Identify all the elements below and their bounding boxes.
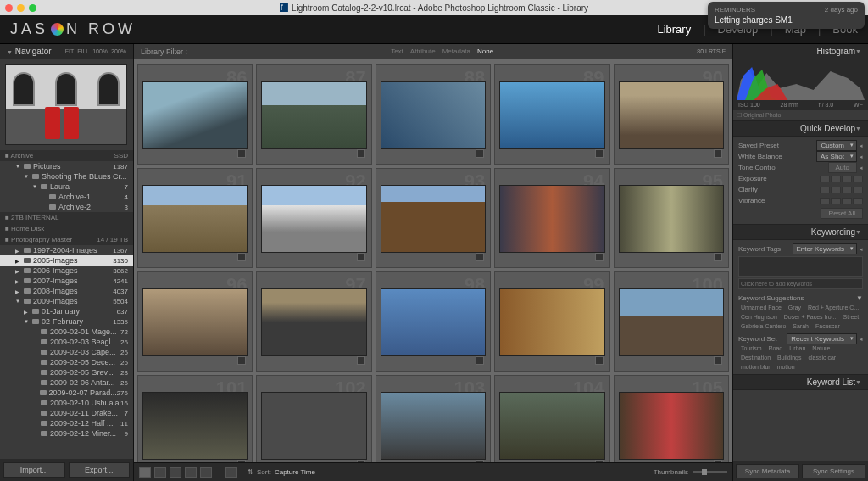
keyword-tags-mode-dropdown[interactable]: Enter Keywords xyxy=(793,243,857,254)
thumbnail-image[interactable] xyxy=(619,392,724,460)
folder-row[interactable]: ▼Laura7 xyxy=(0,182,133,192)
folder-row[interactable]: 2009-02-03 Cape...26 xyxy=(0,347,133,357)
folder-row[interactable]: ▼Shooting The BLues Cr... xyxy=(0,171,133,182)
grid-cell[interactable]: 103 xyxy=(376,375,491,462)
recent-keyword[interactable]: Buildings xyxy=(775,354,804,361)
sort-direction-icon[interactable]: ⇅ xyxy=(248,468,253,476)
thumbnail-badge-icon[interactable] xyxy=(714,149,722,158)
folder-row[interactable]: 2009-02-06 Antar...26 xyxy=(0,378,133,388)
grid-cell[interactable]: 93 xyxy=(376,168,491,268)
thumbnail-image[interactable] xyxy=(499,392,604,460)
sync-settings-button[interactable]: Sync Settings xyxy=(802,464,865,478)
thumbnail-badge-icon[interactable] xyxy=(714,460,722,462)
survey-view-icon[interactable] xyxy=(185,467,197,478)
thumbnail-image[interactable] xyxy=(142,392,248,460)
keyword-set-dropdown[interactable]: Recent Keywords xyxy=(787,333,857,344)
folder-row[interactable]: 2009-02-12 Miner...9 xyxy=(0,428,133,439)
auto-tone-button[interactable]: Auto xyxy=(828,162,857,173)
grid-cell[interactable]: 99 xyxy=(494,271,609,372)
thumbnail-badge-icon[interactable] xyxy=(357,356,365,365)
folder-row[interactable]: ▼02-February1335 xyxy=(0,316,133,327)
thumbnail-badge-icon[interactable] xyxy=(714,356,722,365)
keyword-suggestion[interactable]: Gray xyxy=(786,304,804,311)
volume-header[interactable]: ■ 2TB INTERNAL xyxy=(0,212,133,223)
histogram-header[interactable]: Histogram ▼ xyxy=(733,44,868,59)
thumbnail-badge-icon[interactable] xyxy=(595,460,604,462)
export-button[interactable]: Export... xyxy=(69,462,131,478)
saved-preset-dropdown[interactable]: Custom xyxy=(816,140,857,151)
folder-row[interactable]: ▼Pictures1187 xyxy=(0,161,133,171)
thumbnail-badge-icon[interactable] xyxy=(476,356,484,365)
grid-cell[interactable]: 87 xyxy=(256,64,371,165)
recent-keyword[interactable]: Destination xyxy=(738,354,773,361)
thumbnail-image[interactable] xyxy=(499,185,604,253)
sort-value[interactable]: Capture Time xyxy=(275,468,315,476)
original-photo-checkbox[interactable]: ☐ Original Photo xyxy=(733,110,868,120)
thumbnail-image[interactable] xyxy=(261,392,366,460)
keywording-header[interactable]: Keywording ▼ xyxy=(733,225,868,240)
folder-row[interactable]: 2009-02-05 Grev...28 xyxy=(0,367,133,378)
grid-cell[interactable]: 98 xyxy=(376,271,491,372)
filter-attribute[interactable]: Attribute xyxy=(410,48,436,55)
navigator-preview[interactable] xyxy=(0,59,133,150)
reminders-notification[interactable]: REMINDERS 2 days ago Letting charges SM1 xyxy=(708,2,865,29)
folder-row[interactable]: ▶2005-Images3130 xyxy=(0,255,133,266)
keyword-suggestion[interactable]: Red + Aperture C... xyxy=(805,304,861,311)
folder-row[interactable]: ▶2008-Images4037 xyxy=(0,286,133,296)
thumbnail-badge-icon[interactable] xyxy=(357,149,365,158)
folder-row[interactable]: 2009-02-03 Beagl...26 xyxy=(0,337,133,347)
thumbnail-badge-icon[interactable] xyxy=(237,149,246,158)
add-keywords-input[interactable] xyxy=(738,278,863,289)
keyword-suggestion[interactable]: Gabriela Cantero xyxy=(738,322,788,330)
folder-row[interactable]: Archive-23 xyxy=(0,202,133,212)
grid-view-icon[interactable] xyxy=(139,467,151,478)
thumbnail-image[interactable] xyxy=(142,288,248,356)
import-button[interactable]: Import... xyxy=(3,462,65,478)
filter-preset[interactable]: 80 LRTS F xyxy=(697,48,726,54)
maximize-window-icon[interactable] xyxy=(29,4,36,12)
grid-cell[interactable]: 97 xyxy=(256,271,371,372)
grid-cell[interactable]: 88 xyxy=(376,64,491,165)
vibrance-steppers[interactable] xyxy=(820,198,863,204)
quick-develop-header[interactable]: Quick Develop ▼ xyxy=(733,121,868,137)
thumbnail-image[interactable] xyxy=(261,81,366,149)
exposure-steppers[interactable] xyxy=(820,176,863,182)
painter-icon[interactable] xyxy=(225,467,237,478)
thumbnail-image[interactable] xyxy=(381,81,486,149)
thumbnail-image[interactable] xyxy=(381,185,486,253)
keyword-suggestion[interactable]: Cen Hughson xyxy=(738,313,780,321)
filter-text[interactable]: Text xyxy=(391,48,403,55)
module-library[interactable]: Library xyxy=(657,23,691,36)
thumbnail-image[interactable] xyxy=(381,392,486,460)
thumbnail-badge-icon[interactable] xyxy=(476,149,484,158)
people-view-icon[interactable] xyxy=(200,467,212,478)
thumbnail-image[interactable] xyxy=(619,288,724,356)
keyword-suggestion[interactable]: Sarah xyxy=(790,322,811,330)
recent-keyword[interactable]: Nature xyxy=(810,344,832,352)
grid-cell[interactable]: 101 xyxy=(137,375,253,462)
recent-keyword[interactable]: motion xyxy=(775,363,798,371)
grid-cell[interactable]: 100 xyxy=(614,271,729,372)
volume-header[interactable]: ■ Photography Master14 / 19 TB xyxy=(0,234,133,245)
volume-header[interactable]: ■ Home Disk xyxy=(0,223,133,234)
thumbnail-badge-icon[interactable] xyxy=(357,460,365,462)
folder-row[interactable]: ▶1997-2004-Images1367 xyxy=(0,245,133,255)
grid-cell[interactable]: 92 xyxy=(256,168,371,268)
folder-row[interactable]: ▶2007-Images4241 xyxy=(0,276,133,286)
thumbnail-image[interactable] xyxy=(142,81,248,149)
reset-all-button[interactable]: Reset All xyxy=(821,208,863,219)
thumbnail-badge-icon[interactable] xyxy=(237,460,246,462)
keyword-suggestion[interactable]: Street xyxy=(840,313,861,321)
grid-cell[interactable]: 91 xyxy=(137,168,253,268)
thumbnail-image[interactable] xyxy=(261,185,366,253)
keyword-list-header[interactable]: Keyword List ▼ xyxy=(733,375,868,390)
grid-cell[interactable]: 95 xyxy=(614,168,729,268)
grid-cell[interactable]: 96 xyxy=(137,271,253,372)
keyword-tags-textarea[interactable] xyxy=(738,256,863,277)
grid-cell[interactable]: 86 xyxy=(137,64,253,165)
compare-view-icon[interactable] xyxy=(170,467,181,478)
grid-cell[interactable]: 104 xyxy=(494,375,609,462)
thumbnail-image[interactable] xyxy=(381,288,486,356)
folder-row[interactable]: Archive-14 xyxy=(0,192,133,202)
thumbnail-badge-icon[interactable] xyxy=(476,253,484,261)
